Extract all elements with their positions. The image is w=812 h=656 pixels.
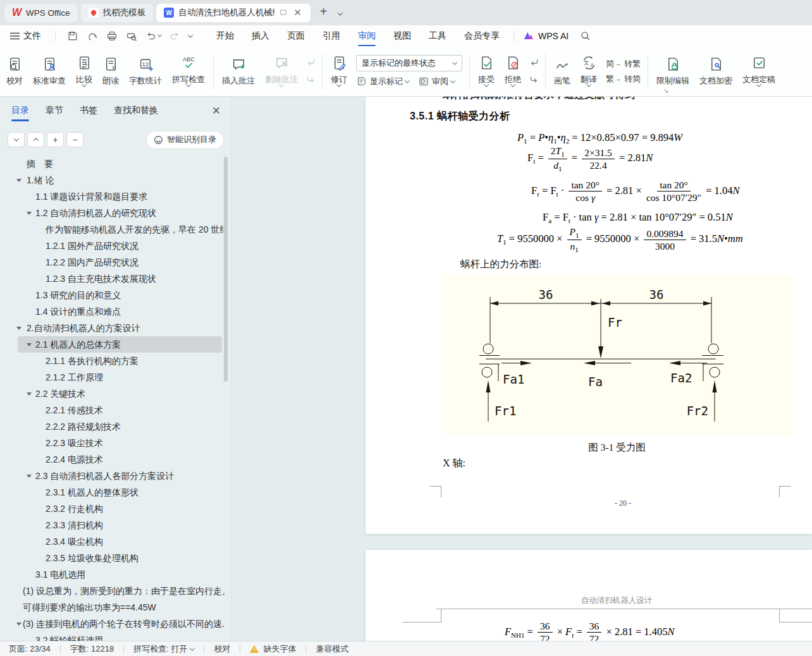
collapse-ribbon-icon[interactable]: ↘	[663, 87, 668, 95]
toc-item[interactable]: 2.2.2 路径规划技术	[0, 418, 225, 435]
print-preview-icon[interactable]	[126, 30, 137, 42]
sidebar-tab-chapters[interactable]: 章节	[46, 99, 63, 123]
pen-button[interactable]: 画笔	[549, 50, 575, 93]
next-revision-icon[interactable]	[529, 75, 539, 85]
file-menu-button[interactable]: 文件	[10, 30, 50, 42]
toc-item[interactable]: 2.3.2 行走机构	[0, 501, 225, 517]
collapse-arrow-icon[interactable]	[27, 392, 32, 396]
menu-view[interactable]: 视图	[384, 27, 420, 46]
accept-button[interactable]: 接受	[473, 50, 500, 93]
sidebar-scrollbar[interactable]	[224, 157, 228, 382]
next-comment-icon[interactable]	[305, 75, 316, 85]
tab-docer-templates[interactable]: 找稻壳模板	[81, 4, 154, 22]
previous-revision-icon[interactable]	[529, 58, 539, 68]
previous-comment-icon[interactable]	[305, 58, 316, 68]
menu-page[interactable]: 页面	[278, 27, 314, 46]
toc-item[interactable]: 3.1 电机选用	[0, 566, 225, 583]
toc-item[interactable]: 1.1 课题设计背景和题目要求	[0, 188, 225, 205]
toc-item[interactable]: 2.1.1 各执行机构的方案	[0, 353, 225, 369]
toc-item[interactable]: 2.3.1 机器人的整体形状	[0, 484, 225, 501]
document-page-20[interactable]: 蜗杆的蜗轴标准符合要求，通过文献可得到 3.5.1 蜗杆轴受力分析 P1 = P…	[366, 97, 812, 534]
to-simplified-button[interactable]: 繁→ 转简	[606, 73, 641, 85]
toc-item[interactable]: 2.3.3 清扫机构	[0, 517, 225, 533]
toc-item[interactable]: 1.2.2 国内产品研究状况	[0, 254, 225, 270]
menu-reference[interactable]: 引用	[314, 27, 349, 46]
close-sidebar-icon[interactable]: ✕	[212, 104, 221, 118]
smart-identify-toc-button[interactable]: 智能识别目录	[147, 131, 223, 149]
wps-ai-button[interactable]: WPS AI	[523, 31, 569, 41]
document-workspace[interactable]: 蜗杆的蜗轴标准符合要求，通过文献可得到 3.5.1 蜗杆轴受力分析 P1 = P…	[231, 97, 812, 641]
tab-list-chevron-icon[interactable]	[333, 7, 347, 18]
encrypt-document-button[interactable]: 文档加密	[694, 50, 737, 93]
expand-down-button[interactable]	[8, 132, 25, 147]
restrict-editing-button[interactable]: 限制编辑	[651, 50, 694, 93]
menu-membership[interactable]: 会员专享	[455, 27, 508, 46]
status-word-count[interactable]: 字数: 12218	[70, 643, 114, 655]
search-icon[interactable]	[580, 30, 591, 41]
new-tab-button[interactable]: +	[314, 4, 334, 21]
expand-all-button[interactable]: +	[47, 132, 64, 147]
toc-item[interactable]: 1.3 研究的目的和意义	[0, 287, 225, 303]
status-compat-mode[interactable]: 兼容模式	[316, 643, 348, 655]
more-quick-actions-chevron[interactable]	[188, 32, 193, 37]
read-aloud-button[interactable]: 朗读	[97, 50, 124, 93]
show-markup-button[interactable]: 显示标记	[356, 76, 409, 87]
toc-item[interactable]: 2.2.3 吸尘技术	[0, 435, 225, 451]
toc-item[interactable]: 1.绪 论	[0, 172, 225, 188]
save-icon[interactable]	[67, 30, 78, 42]
toc-item[interactable]: 摘 要	[0, 155, 225, 172]
proofread-button[interactable]: 校对	[1, 50, 28, 93]
toc-item[interactable]: 2.2 关键技术	[0, 386, 225, 402]
close-tab-icon[interactable]: ✕	[292, 7, 303, 18]
toc-item[interactable]: 2.1.2 工作原理	[0, 369, 225, 386]
spell-check-button[interactable]: ABC 拼写检查	[167, 50, 210, 93]
translate-button[interactable]: 文A 翻译	[575, 50, 602, 93]
word-count-button[interactable]: 12 字数统计	[124, 50, 167, 93]
menu-review[interactable]: 审阅	[349, 27, 384, 46]
toc-item[interactable]: 作为智能移动机器人开发的先驱，早在 20 世纪 8 ...	[0, 221, 225, 238]
status-missing-font[interactable]: 缺失字体	[250, 643, 296, 655]
export-pdf-icon[interactable]	[87, 30, 98, 42]
collapse-arrow-icon[interactable]	[27, 475, 32, 478]
toc-item[interactable]: 2.2.4 电源技术	[0, 451, 225, 468]
toc-item[interactable]: 1.2.1 国外产品研究状况	[0, 238, 225, 254]
menu-home[interactable]: 开始	[207, 27, 243, 46]
review-pane-button[interactable]: 审阅	[418, 76, 455, 87]
tab-document[interactable]: W 自动清洗扫地机器人机械结构设计 ✕	[156, 4, 311, 22]
collapse-arrow-icon[interactable]	[27, 343, 32, 346]
toc-item[interactable]: 2.1 机器人的总体方案	[18, 336, 222, 353]
status-page-indicator[interactable]: 页面: 23/34	[9, 643, 51, 655]
sidebar-tab-contents[interactable]: 目录	[11, 99, 29, 123]
finalize-document-button[interactable]: 文档定稿	[737, 50, 780, 93]
toc-item[interactable]: 2.3 自动清扫机器人各部分方案设计	[0, 468, 225, 484]
tab-wps-home[interactable]: W WPS Office	[4, 4, 78, 22]
toc-item[interactable]: 2.自动清扫机器人的方案设计	[0, 320, 225, 336]
collapse-arrow-icon[interactable]	[16, 327, 22, 330]
compare-button[interactable]: 比较	[71, 50, 97, 93]
collapse-all-button[interactable]: −	[66, 132, 83, 147]
toc-item[interactable]: (1) 设总重为，测所受到的重力：由于是在室内行走。	[0, 583, 225, 599]
markup-state-dropdown[interactable]: 显示标记的最终状态	[356, 55, 462, 71]
collapse-arrow-icon[interactable]	[16, 623, 22, 626]
status-spell-check[interactable]: 拼写检查: 打开	[133, 643, 194, 655]
toc-item[interactable]: 2.3.4 吸尘机构	[0, 533, 225, 550]
toc-item[interactable]: (3) 连接到电机的两个轮子在转弯时必须以不同的速...	[0, 616, 225, 632]
standard-review-button[interactable]: 标准审查	[28, 50, 71, 93]
toc-item[interactable]: 3.2 蜗轮蜗杆选用	[0, 632, 225, 641]
delete-comment-button[interactable]: 删除批注	[260, 50, 303, 93]
document-page-21[interactable]: 自动清扫机器人设计 FNH1 = 3672 × Ft = 3672 × 2.81…	[366, 550, 812, 641]
status-proofread[interactable]: 校对	[214, 643, 230, 655]
menu-insert[interactable]: 插入	[243, 27, 278, 46]
to-traditional-button[interactable]: 简→ 转繁	[606, 58, 641, 70]
sidebar-tab-bookmarks[interactable]: 书签	[80, 99, 97, 123]
collapse-arrow-icon[interactable]	[16, 179, 22, 182]
toc-item[interactable]: 2.2.1 传感技术	[0, 402, 225, 418]
menu-tools[interactable]: 工具	[420, 27, 455, 46]
print-icon[interactable]	[106, 30, 118, 42]
insert-comment-button[interactable]: 插入批注	[217, 50, 260, 93]
undo-button[interactable]	[145, 31, 161, 41]
toc-item[interactable]: 1.2.3 自主充电技术发展现状	[0, 270, 225, 287]
toc-item[interactable]: 可得到要求的输出功率为==4.45W	[0, 599, 225, 616]
toc-item[interactable]: 1.4 设计的重点和难点	[0, 303, 225, 320]
track-changes-button[interactable]: 修订	[326, 50, 352, 93]
